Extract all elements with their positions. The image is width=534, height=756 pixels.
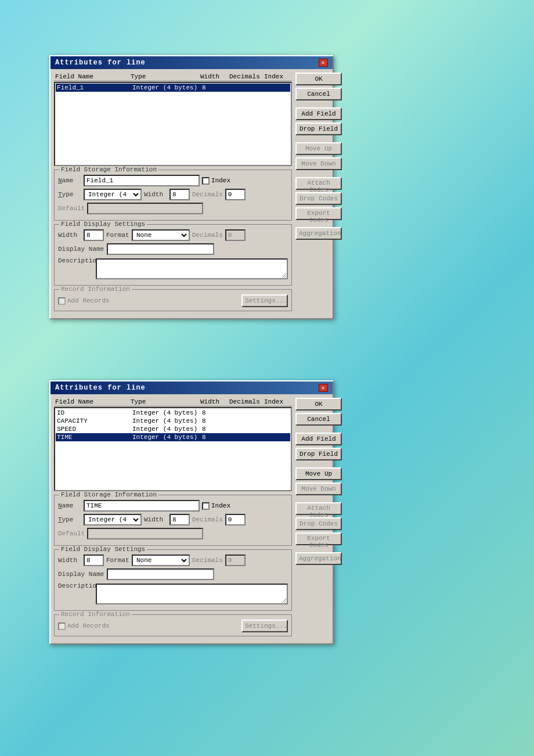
type-select-1[interactable]: Integer (4 bytes) <box>84 189 142 200</box>
disp-dec-input-2[interactable] <box>225 555 246 566</box>
titlebar-1: Attributes for line ✕ <box>50 56 333 69</box>
display-name-label-2: Display Name <box>58 571 104 578</box>
description-textarea-2[interactable] <box>96 584 288 604</box>
display-label-2: Field Display Settings <box>59 546 147 553</box>
aggregation-button-2[interactable]: Aggregation <box>295 552 342 565</box>
record-section-2: Record Information Add Records Settings.… <box>54 614 292 636</box>
attach-codes-button-1[interactable]: Attach Codes <box>295 177 342 190</box>
cancel-button-2[interactable]: Cancel <box>295 413 342 426</box>
move-down-button-2[interactable]: Move Down <box>295 483 342 495</box>
name-input-1[interactable] <box>84 175 200 186</box>
dialog-body-2: Field Name Type Width Decimals Index ID … <box>50 394 333 643</box>
name-input-2[interactable] <box>84 500 200 512</box>
field-row[interactable]: SPEED Integer (4 bytes) 8 <box>56 425 290 433</box>
index-checkbox-label-1: Index <box>202 177 230 185</box>
display-section-1: Field Display Settings Width Format None… <box>54 224 292 286</box>
settings-button-1[interactable]: Settings... <box>241 294 288 307</box>
disp-dec-label-2: Decimals <box>192 557 223 564</box>
field-type-cell: Integer (4 bytes) <box>132 417 202 424</box>
dialog-1: Attributes for line ✕ Field Name Type Wi… <box>49 55 334 319</box>
display-width-input-1[interactable] <box>84 229 104 241</box>
default-input-2[interactable] <box>87 528 203 539</box>
name-label-1: Name <box>58 177 81 184</box>
index-checkbox-2[interactable] <box>202 502 210 510</box>
width-input-s1[interactable] <box>169 189 190 200</box>
add-records-text-1: Add Records <box>67 297 110 304</box>
field-row[interactable]: Field_1 Integer (4 bytes) 8 <box>56 84 290 92</box>
display-label-1: Field Display Settings <box>59 221 147 228</box>
display-width-row-2: Width Format None Decimals <box>58 555 288 566</box>
decimals-input-s2[interactable] <box>225 514 246 525</box>
settings-button-2[interactable]: Settings... <box>241 620 288 632</box>
format-select-1[interactable]: None <box>132 229 190 241</box>
description-row-1: Description <box>58 257 288 279</box>
drop-field-button-2[interactable]: Drop Field <box>295 448 342 460</box>
display-width-input-2[interactable] <box>84 555 104 566</box>
description-textarea-1[interactable] <box>96 258 288 279</box>
storage-label-2: Field Storage Information <box>59 491 158 498</box>
field-name-cell: Field_1 <box>57 84 132 91</box>
field-row[interactable]: ID Integer (4 bytes) 8 <box>56 409 290 417</box>
decimals-label-s1: Decimals <box>192 191 223 198</box>
display-width-row-1: Width Format None Decimals <box>58 229 288 241</box>
field-list-2[interactable]: ID Integer (4 bytes) 8 CAPACITY Integer … <box>54 407 292 491</box>
field-width-cell: 8 <box>202 84 231 91</box>
display-name-row-1: Display Name <box>58 243 288 255</box>
add-records-checkbox-1[interactable] <box>58 297 66 305</box>
width-label-s1: Width <box>144 191 167 198</box>
attributes-dialog-1: Attributes for line ✕ Field Name Type Wi… <box>49 55 334 319</box>
close-button-1[interactable]: ✕ <box>319 59 328 67</box>
attach-codes-button-2[interactable]: Attach Codes <box>295 502 342 515</box>
display-name-input-2[interactable] <box>107 568 214 580</box>
field-row[interactable]: TIME Integer (4 bytes) 8 <box>56 433 290 441</box>
description-label-1: Description <box>58 257 93 264</box>
dialog-2: Attributes for line ✕ Field Name Type Wi… <box>49 380 334 645</box>
field-name-cell: TIME <box>57 434 132 441</box>
disp-dec-label-1: Decimals <box>192 232 223 239</box>
add-records-checkbox-2[interactable] <box>58 622 66 630</box>
field-type-cell: Integer (4 bytes) <box>132 426 202 433</box>
field-index-cell <box>266 409 289 416</box>
storage-type-row-1: Type Integer (4 bytes) Width Decimals <box>58 189 288 200</box>
close-button-2[interactable]: ✕ <box>319 384 328 392</box>
export-codes-button-1[interactable]: Export Codes <box>295 207 342 220</box>
aggregation-button-1[interactable]: Aggregation <box>295 227 342 240</box>
width-input-s2[interactable] <box>169 514 190 525</box>
drop-field-button-1[interactable]: Drop Field <box>295 123 342 135</box>
field-list-1[interactable]: Field_1 Integer (4 bytes) 8 <box>54 82 292 166</box>
field-decimals-cell <box>231 426 266 433</box>
move-down-button-1[interactable]: Move Down <box>295 157 342 170</box>
field-decimals-cell <box>231 409 266 416</box>
format-select-2[interactable]: None <box>132 555 190 566</box>
ok-button-1[interactable]: OK <box>295 73 342 85</box>
type-select-2[interactable]: Integer (4 bytes) <box>84 514 142 525</box>
ok-button-2[interactable]: OK <box>295 398 342 411</box>
add-field-button-1[interactable]: Add Field <box>295 107 342 120</box>
move-up-button-2[interactable]: Move Up <box>295 467 342 480</box>
add-field-button-2[interactable]: Add Field <box>295 433 342 445</box>
display-name-input-1[interactable] <box>107 243 214 255</box>
disp-dec-input-1[interactable] <box>225 229 246 241</box>
drop-codes-button-2[interactable]: Drop Codes <box>295 517 342 530</box>
field-list-header-1: Field Name Type Width Decimals Index <box>54 73 292 81</box>
display-name-row-2: Display Name <box>58 568 288 580</box>
decimals-input-s1[interactable] <box>225 189 246 200</box>
index-label-2: Index <box>211 502 230 509</box>
export-codes-button-2[interactable]: Export Codes <box>295 532 342 545</box>
col-header-width-2: Width <box>200 398 229 405</box>
field-type-cell: Integer (4 bytes) <box>132 409 202 416</box>
move-up-button-1[interactable]: Move Up <box>295 142 342 155</box>
display-section-2: Field Display Settings Width Format None… <box>54 549 292 611</box>
decimals-label-s2: Decimals <box>192 516 223 523</box>
drop-codes-button-1[interactable]: Drop Codes <box>295 192 342 205</box>
field-width-cell: 8 <box>202 409 231 416</box>
cancel-button-1[interactable]: Cancel <box>295 88 342 100</box>
index-checkbox-1[interactable] <box>202 177 210 185</box>
attributes-dialog-2: Attributes for line ✕ Field Name Type Wi… <box>49 380 334 645</box>
dialog-title-1: Attributes for line <box>55 59 146 67</box>
storage-name-row-1: Name Index <box>58 175 288 186</box>
dialog-main-2: Field Name Type Width Decimals Index ID … <box>54 398 292 640</box>
default-input-1[interactable] <box>87 203 203 214</box>
field-row[interactable]: CAPACITY Integer (4 bytes) 8 <box>56 417 290 425</box>
record-row-2: Add Records Settings... <box>58 620 288 632</box>
